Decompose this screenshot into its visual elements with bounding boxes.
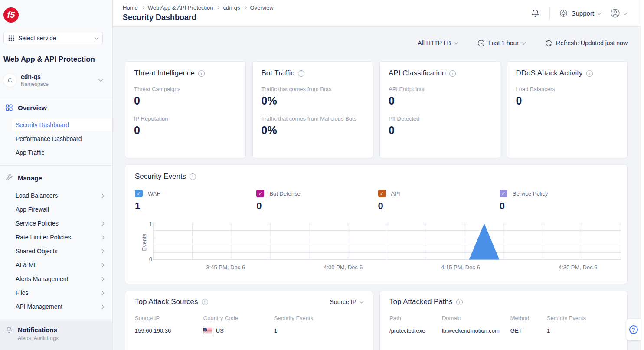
attacked-paths-table: Path Domain Method Security Events /prot…	[389, 315, 618, 334]
cell-security-events: 1	[547, 327, 618, 334]
x-tick-label: 3:45 PM, Dec 6	[206, 264, 245, 271]
summary-cards-row: Threat Intelligence i Threat Campaigns0 …	[125, 61, 628, 158]
waf-event-spike	[469, 223, 500, 260]
sidebar-item-label: Alerts Management	[16, 275, 68, 282]
chevron-right-icon	[100, 291, 105, 295]
metric-label: API Endpoints	[389, 86, 491, 92]
us-flag-icon	[203, 328, 212, 334]
metric-value: 0	[134, 124, 237, 137]
metric-value: 0%	[262, 124, 364, 137]
main-area: Home Web App & API Protection cdn-qs Ove…	[113, 0, 644, 350]
cell-source-ip: 159.60.190.36	[135, 327, 203, 334]
sidebar-item-security-dashboard[interactable]: Security Dashboard	[12, 118, 112, 131]
sidebar-item-ai-ml[interactable]: AI & ML	[12, 258, 112, 271]
info-icon[interactable]: i	[198, 70, 205, 77]
sidebar-item-files[interactable]: Files	[12, 286, 112, 299]
lifebuoy-icon	[559, 9, 568, 17]
sidebar-item-load-balancers[interactable]: Load Balancers	[12, 189, 112, 202]
info-icon[interactable]: i	[298, 70, 304, 77]
waf-checkbox[interactable]: ✓	[135, 190, 143, 197]
breadcrumb-namespace[interactable]: cdn-qs	[223, 4, 240, 11]
user-account-menu[interactable]	[610, 8, 627, 18]
sidebar-item-rate-limiter-policies[interactable]: Rate Limiter Policies	[12, 231, 112, 244]
sidebar-item-label: Security Dashboard	[16, 121, 69, 128]
chevron-right-icon	[100, 193, 105, 198]
cell-country-code: US	[203, 327, 274, 334]
select-service-dropdown[interactable]: Select service	[3, 32, 103, 44]
card-top-attack-sources: Top Attack Sources i Source IP Source IP…	[125, 291, 373, 350]
sidebar-item-alerts-management[interactable]: Alerts Management	[12, 272, 112, 285]
series-service-policy: ✓ Service Policy 0	[500, 190, 621, 212]
chevron-right-icon	[100, 221, 105, 226]
chevron-down-icon	[360, 299, 364, 304]
group-by-label: Source IP	[330, 298, 356, 305]
info-icon[interactable]: i	[202, 299, 208, 305]
breadcrumb-overview[interactable]: Overview	[250, 4, 274, 11]
service-policy-checkbox[interactable]: ✓	[500, 190, 507, 197]
sidebar-item-app-traffic[interactable]: App Traffic	[12, 146, 112, 159]
info-icon[interactable]: i	[190, 173, 196, 180]
series-legend-row: ✓ WAF 1 ✓ Bot Defense 0 ✓ API	[135, 190, 621, 212]
notifications-label: Notifications	[18, 326, 57, 334]
divider	[0, 165, 112, 166]
chevron-right-icon	[100, 249, 105, 253]
metric-value: 0	[389, 124, 491, 137]
api-checkbox[interactable]: ✓	[378, 190, 386, 197]
column-header: Security Events	[274, 315, 363, 321]
nav-section-label: Manage	[18, 174, 42, 182]
namespace-name: cdn-qs	[21, 73, 49, 80]
wrench-icon	[6, 174, 13, 181]
metric-label: IP Reputation	[134, 115, 237, 122]
chevron-down-icon	[454, 40, 458, 45]
bot-defense-checkbox[interactable]: ✓	[256, 190, 264, 197]
column-header: Method	[510, 315, 547, 321]
chevron-right-icon	[100, 304, 105, 309]
sidebar-item-app-firewall[interactable]: App Firewall	[12, 203, 112, 216]
refresh-control[interactable]: Refresh: Updated just now	[545, 39, 628, 47]
column-header: Source IP	[135, 315, 203, 321]
namespace-type-label: Namespace	[21, 81, 49, 87]
breadcrumb-home[interactable]: Home	[123, 4, 138, 11]
series-value: 0	[256, 200, 378, 212]
sidebar-item-notifications[interactable]: Notifications Alerts, Audit Logs	[0, 321, 112, 350]
support-menu[interactable]: Support	[559, 9, 601, 17]
info-icon[interactable]: i	[456, 299, 463, 305]
bell-icon[interactable]	[531, 9, 540, 18]
time-range-filter[interactable]: Last 1 hour	[477, 39, 525, 47]
namespace-avatar: C	[3, 74, 16, 87]
support-label: Support	[571, 10, 594, 17]
chevron-down-icon	[95, 35, 99, 39]
sidebar-item-api-management[interactable]: API Management	[12, 300, 112, 313]
sidebar-item-service-policies[interactable]: Service Policies	[12, 217, 112, 230]
attack-sources-table: Source IP Country Code Security Events 1…	[135, 315, 363, 334]
card-security-events: Security Events i ✓ WAF 1 ✓ Bot Defense	[125, 164, 628, 284]
x-tick-label: 4:15 PM, Dec 6	[441, 264, 480, 271]
series-value: 0	[500, 200, 621, 212]
breadcrumb-waap[interactable]: Web App & API Protection	[148, 4, 213, 11]
chevron-right-icon	[243, 6, 246, 9]
sidebar-item-shared-objects[interactable]: Shared Objects	[12, 245, 112, 258]
chevron-right-icon	[100, 263, 105, 267]
grid-dots-icon	[8, 35, 14, 41]
group-by-dropdown[interactable]: Source IP	[330, 298, 363, 305]
chevron-right-icon	[141, 6, 144, 9]
x-tick-label: 4:00 PM, Dec 6	[324, 264, 363, 271]
chart-grid-and-spike	[153, 223, 621, 260]
nav-section-overview: Overview	[0, 103, 112, 112]
metric-label: Load Balancers	[516, 86, 619, 92]
chevron-down-icon	[522, 40, 526, 45]
load-balancer-filter[interactable]: All HTTP LB	[418, 39, 458, 46]
chevron-down-icon	[597, 10, 602, 15]
nav-section-manage: Manage	[0, 173, 112, 183]
sidebar-item-performance-dashboard[interactable]: Performance Dashboard	[12, 132, 112, 145]
info-icon[interactable]: i	[586, 70, 593, 77]
sidebar-item-label: AI & ML	[16, 262, 37, 268]
help-button[interactable]: ?	[626, 319, 641, 340]
metric-label: PII Detected	[389, 115, 491, 122]
scrollbar[interactable]	[641, 0, 644, 350]
column-header: Security Events	[547, 315, 618, 321]
metric-value: 0	[516, 95, 619, 107]
divider	[549, 7, 550, 20]
namespace-selector[interactable]: C cdn-qs Namespace	[3, 72, 108, 88]
info-icon[interactable]: i	[449, 70, 456, 77]
